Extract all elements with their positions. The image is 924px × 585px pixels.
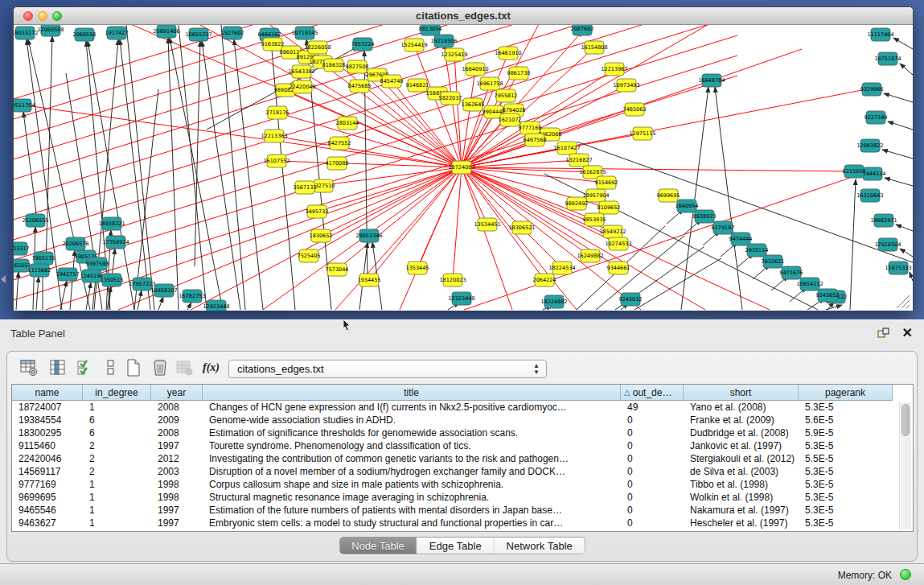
memory-status-icon[interactable] xyxy=(900,569,911,580)
graph-node[interactable]: 19218506 xyxy=(430,35,457,47)
network-canvas[interactable]: 1903317212060558206055819174272069140610… xyxy=(14,25,913,311)
graph-node[interactable]: 8427552 xyxy=(328,137,351,150)
graph-node[interactable]: 16543382 xyxy=(288,65,314,78)
graph-node[interactable]: 9892492 xyxy=(565,197,589,210)
graph-node[interactable]: 16958107 xyxy=(150,284,177,297)
graph-node[interactable]: 10655257 xyxy=(185,28,211,41)
graph-node[interactable]: 16782753 xyxy=(179,290,205,303)
graph-node[interactable]: 4170088 xyxy=(326,157,349,170)
graph-node[interactable]: 2935114 xyxy=(745,244,769,257)
table-row[interactable]: 1830029562008Estimation of significance … xyxy=(12,426,913,439)
network-canvas-container[interactable]: 1903317212060558206055819174272069140610… xyxy=(14,25,913,311)
graph-node[interactable]: 9245032 xyxy=(619,293,643,306)
new-column-icon[interactable] xyxy=(125,359,142,377)
table-row[interactable]: 946362711997Embryonic stem cells: a mode… xyxy=(12,517,913,529)
graph-node[interactable]: 1903317 xyxy=(14,242,29,255)
graph-node[interactable]: 2803144 xyxy=(336,117,359,130)
window-titlebar[interactable]: citations_edges.txt xyxy=(14,7,913,25)
graph-node[interactable]: 6179197 xyxy=(712,221,735,234)
delete-column-icon[interactable] xyxy=(151,359,169,377)
graph-node[interactable]: 1640954 xyxy=(676,200,699,212)
graph-node[interactable]: 12323448 xyxy=(448,292,474,305)
graph-node[interactable]: 18724007 xyxy=(448,161,474,174)
graph-node[interactable]: 2060558 xyxy=(73,28,97,41)
select-all-icon[interactable] xyxy=(76,359,94,377)
column-header-pagerank[interactable]: pagerank xyxy=(799,385,893,401)
graph-node[interactable]: 17016504 xyxy=(874,238,901,251)
table-row[interactable]: 1938455462009Genome-wide association stu… xyxy=(12,414,913,426)
graph-node[interactable]: 12213967 xyxy=(601,63,627,76)
graph-node[interactable]: 9154692 xyxy=(595,176,618,189)
graph-node[interactable]: 8938923 xyxy=(693,210,717,223)
graph-node[interactable]: 19033172 xyxy=(14,27,39,39)
graph-node[interactable]: 1917427 xyxy=(105,27,129,39)
graph-node[interactable]: 7573044 xyxy=(326,263,349,276)
graph-node[interactable]: 18224534 xyxy=(548,262,575,274)
graph-node[interactable]: 13534451 xyxy=(474,218,500,231)
table-row[interactable]: 969969511998Structural magnetic resonanc… xyxy=(12,491,913,504)
node-table[interactable]: namein_degreeyeartitle△out_de…shortpager… xyxy=(11,384,914,532)
row-height-icon[interactable] xyxy=(102,359,120,377)
graph-node[interactable]: 9853935 xyxy=(583,213,606,226)
graph-node[interactable]: 8813054 xyxy=(419,25,442,35)
panel-collapse-arrow-icon[interactable] xyxy=(1,275,6,283)
graph-node[interactable]: 10274533 xyxy=(605,237,631,250)
graph-node[interactable]: 19692971 xyxy=(870,214,897,227)
graph-node[interactable]: 10719145 xyxy=(291,27,318,39)
table-row[interactable]: 1456911722003Disruption of a novel membe… xyxy=(12,465,913,478)
graph-node[interactable]: 5822037 xyxy=(439,92,462,105)
graph-node[interactable]: 12923448 xyxy=(203,300,229,311)
graph-node[interactable]: 15254419 xyxy=(400,39,427,51)
graph-node[interactable]: 16648784 xyxy=(698,74,725,87)
column-header-title[interactable]: title xyxy=(203,385,621,401)
function-builder-icon[interactable]: f(x) xyxy=(203,359,227,377)
graph-node[interactable]: 20691406 xyxy=(153,25,179,38)
tab-node-table[interactable]: Node Table xyxy=(339,538,417,554)
graph-node[interactable]: 12975115 xyxy=(629,127,655,140)
column-header-indegree[interactable]: in_degree xyxy=(83,385,151,401)
graph-node[interactable]: 16154808 xyxy=(581,41,607,54)
graph-node[interactable]: 1942757 xyxy=(56,268,80,281)
graph-node[interactable]: 1353445 xyxy=(406,262,429,274)
graph-node[interactable]: 16107427 xyxy=(553,142,580,154)
graph-node[interactable]: 12093822 xyxy=(856,139,883,152)
graph-node[interactable]: 18306521 xyxy=(508,221,535,234)
graph-node[interactable]: 16249882 xyxy=(577,249,603,262)
graph-node[interactable]: 18549212 xyxy=(599,225,626,238)
graph-node[interactable]: 7525405 xyxy=(298,249,321,262)
graph-node[interactable]: 9344661 xyxy=(607,262,630,274)
graph-node[interactable]: 8454749 xyxy=(380,75,404,88)
graph-node[interactable]: 7955812 xyxy=(495,89,518,102)
close-panel-icon[interactable]: ✕ xyxy=(902,325,913,340)
graph-node[interactable]: 7905135 xyxy=(32,252,55,265)
table-row[interactable]: 2242004622012Investigating the contribut… xyxy=(12,452,913,465)
network-view-window[interactable]: citations_edges.txt 19033172120605582060… xyxy=(13,6,914,311)
graph-node[interactable]: 7857224 xyxy=(351,38,375,51)
graph-node[interactable]: 11117404 xyxy=(867,28,893,41)
graph-node[interactable]: 9329966 xyxy=(860,83,884,96)
graph-node[interactable]: 10654112 xyxy=(796,278,823,290)
graph-node[interactable]: 8186328 xyxy=(322,59,346,72)
graph-node[interactable]: 2087682 xyxy=(571,25,594,35)
graph-node[interactable]: 17359924 xyxy=(102,236,129,249)
table-row[interactable]: 946554611997Estimation of the future num… xyxy=(12,504,913,517)
graph-node[interactable]: 25206555 xyxy=(22,214,48,227)
graph-node[interactable]: 1527602 xyxy=(221,27,244,39)
graph-node[interactable]: 8471676 xyxy=(780,266,803,279)
graph-node[interactable]: 18224882 xyxy=(540,295,567,308)
table-select-dropdown[interactable]: citations_edges.txt ▲▼ xyxy=(228,360,547,378)
table-row[interactable]: 1872400712008Changes of HCN gene express… xyxy=(12,401,913,414)
graph-node[interactable]: 16107552 xyxy=(263,154,290,167)
graph-node[interactable]: 29053346 xyxy=(355,229,382,242)
scrollbar-thumb[interactable] xyxy=(901,404,910,436)
graph-node[interactable]: 1350515 xyxy=(101,274,124,286)
graph-node[interactable]: 19751074 xyxy=(874,52,901,65)
graph-node[interactable]: 16210643 xyxy=(856,189,883,202)
graph-node[interactable]: 1830652 xyxy=(310,229,333,242)
graph-node[interactable]: 8109652 xyxy=(598,201,621,214)
resize-grip-icon[interactable] xyxy=(897,295,910,308)
graph-node[interactable]: 18226058 xyxy=(304,41,331,54)
show-columns-icon[interactable] xyxy=(49,359,67,377)
graph-node[interactable]: 7632621 xyxy=(762,255,785,268)
graph-node[interactable]: 8215958 xyxy=(843,165,866,178)
